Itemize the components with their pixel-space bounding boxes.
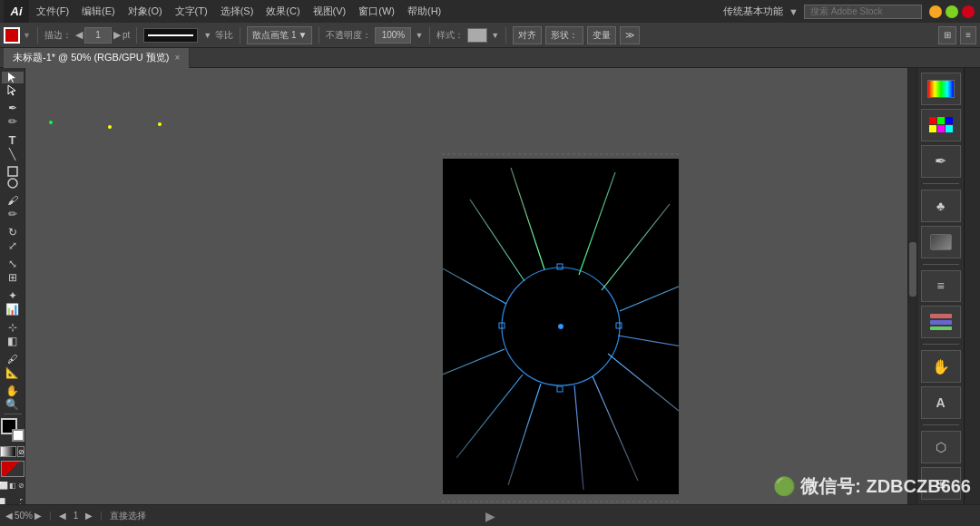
zoom-in-btn[interactable]: ▶: [34, 511, 42, 521]
tool-name-label: 直接选择: [110, 510, 146, 522]
stroke-view-btn[interactable]: ◧: [9, 482, 16, 489]
transform-button[interactable]: 变量: [587, 26, 616, 44]
tool-ellipse[interactable]: [2, 178, 24, 189]
menu-text[interactable]: 文字(T): [170, 3, 213, 20]
menu-bar: Ai 文件(F) 编辑(E) 对象(O) 文字(T) 选择(S) 效果(C) 视…: [0, 0, 980, 23]
tool-type[interactable]: T: [2, 133, 24, 147]
full-screen-btn[interactable]: ⛶: [14, 492, 26, 504]
sep1: [37, 27, 38, 44]
background-color[interactable]: [12, 429, 24, 442]
tool-hand[interactable]: ✋: [2, 385, 24, 397]
tool-sep-color: [4, 414, 22, 414]
none-fill-btn[interactable]: ⊘: [17, 446, 24, 457]
style-dropdown-icon[interactable]: ▼: [491, 31, 499, 40]
normal-mode-btn[interactable]: [0, 446, 16, 457]
panel-color[interactable]: [921, 73, 961, 105]
panel-layers[interactable]: [921, 306, 961, 338]
workspace-label[interactable]: 传统基本功能: [723, 5, 783, 18]
tool-warp[interactable]: ⤡: [2, 258, 24, 270]
tab-close-button[interactable]: ×: [175, 53, 181, 63]
status-sep-2: |: [100, 511, 103, 521]
panel-swatches[interactable]: [921, 109, 961, 141]
tool-free-transform[interactable]: ⊞: [2, 271, 24, 284]
prev-page-btn[interactable]: ◀: [59, 511, 66, 521]
tool-line[interactable]: ╲: [2, 148, 24, 161]
zoom-out-btn[interactable]: ◀: [5, 511, 13, 521]
menu-edit[interactable]: 编辑(E): [76, 3, 121, 20]
tool-zoom[interactable]: 🔍: [2, 398, 24, 411]
shape-button[interactable]: 形状：: [545, 26, 583, 44]
panel-hands[interactable]: ✋: [921, 350, 961, 383]
tool-scale[interactable]: ⤢: [2, 239, 24, 252]
style-preview[interactable]: [467, 28, 487, 43]
menu-window[interactable]: 窗口(W): [353, 3, 400, 20]
tool-brush[interactable]: 🖌: [2, 194, 24, 207]
more-button[interactable]: ≫: [620, 26, 640, 44]
svg-line-21: [511, 168, 544, 269]
menu-help[interactable]: 帮助(H): [402, 3, 446, 20]
workspace-dropdown-icon[interactable]: ▼: [789, 6, 799, 17]
menu-view[interactable]: 视图(V): [308, 3, 352, 20]
scrollbar-thumb[interactable]: [909, 242, 916, 297]
normal-screen-btn[interactable]: ⬜: [0, 492, 12, 504]
close-button[interactable]: [962, 5, 975, 18]
align-button[interactable]: 对齐: [513, 26, 542, 44]
panel-sep-1: [923, 183, 959, 184]
brush-selector[interactable]: 散点画笔 1 ▼: [247, 26, 312, 44]
stroke-ratio-label: 等比: [215, 29, 233, 42]
tool-select[interactable]: [2, 72, 24, 83]
panel-brushes[interactable]: ✒: [921, 145, 961, 178]
tool-pencil[interactable]: ✏: [2, 115, 24, 128]
stroke-width-group: ◀ ▶ pt: [75, 27, 130, 44]
vertical-scrollbar[interactable]: [907, 68, 916, 504]
fill-view-btn[interactable]: ⬜: [0, 482, 7, 489]
sep6: [505, 27, 506, 44]
status-bar: ◀ 50% ▶ | ◀ 1 ▶ | 直接选择 ▶: [0, 504, 980, 526]
document-tab[interactable]: 未标题-1* @ 50% (RGB/GPU 预览) ×: [4, 48, 190, 68]
tool-rect[interactable]: [2, 166, 24, 177]
tool-eyedropper[interactable]: 🖋: [2, 353, 24, 365]
screen-mode-buttons: ⬜ ⛶: [0, 492, 25, 504]
panel-appearance[interactable]: ≡: [921, 270, 961, 303]
color-mode-buttons: ⊘: [0, 446, 24, 457]
stroke-width-input[interactable]: [84, 27, 112, 44]
menu-effect[interactable]: 效果(C): [260, 3, 305, 20]
minimize-button[interactable]: [929, 5, 942, 18]
tool-mesh[interactable]: ⊹: [2, 321, 24, 334]
stock-search-input[interactable]: [804, 5, 922, 19]
opacity-dropdown-icon[interactable]: ▼: [415, 31, 423, 40]
panel-type[interactable]: A: [921, 386, 961, 419]
panel-symbols[interactable]: ♣: [921, 190, 961, 222]
play-btn[interactable]: ▶: [485, 509, 495, 523]
fg-color-swatch-large[interactable]: [1, 461, 24, 477]
svg-point-32: [158, 122, 162, 126]
none-view-btn[interactable]: ⊘: [18, 482, 25, 489]
canvas-area[interactable]: [25, 68, 916, 504]
tab-label: 未标题-1* @ 50% (RGB/GPU 预览): [13, 51, 170, 64]
tool-pen[interactable]: ✒: [2, 102, 24, 114]
tool-symbol-spray[interactable]: ✦: [2, 289, 24, 302]
stroke-width-dec[interactable]: ◀: [75, 29, 83, 41]
tool-gradient[interactable]: ◧: [2, 335, 24, 347]
grid-view-button[interactable]: ⊞: [938, 26, 956, 44]
next-page-btn[interactable]: ▶: [85, 511, 93, 521]
tool-rotate[interactable]: ↻: [2, 226, 24, 239]
tool-blob-brush[interactable]: ✏: [2, 208, 24, 220]
stroke-color-swatch[interactable]: [4, 27, 20, 44]
menu-button[interactable]: ≡: [960, 26, 976, 44]
tool-measure[interactable]: 📐: [2, 366, 24, 379]
panel-external-link[interactable]: ⬡: [921, 431, 961, 463]
menu-object[interactable]: 对象(O): [122, 3, 168, 20]
menu-select[interactable]: 选择(S): [215, 3, 260, 20]
panel-grid[interactable]: ⊞: [921, 467, 961, 500]
tool-column-graph[interactable]: 📊: [2, 303, 24, 316]
maximize-button[interactable]: [946, 5, 958, 18]
tool-direct-select[interactable]: [2, 84, 24, 96]
panel-graphic-styles[interactable]: [921, 226, 961, 258]
stroke-ratio-arrow[interactable]: ▼: [203, 31, 211, 40]
stroke-width-inc[interactable]: ▶: [113, 29, 121, 41]
opacity-input[interactable]: [375, 27, 411, 44]
menu-file[interactable]: 文件(F): [31, 3, 74, 20]
svg-line-12: [608, 354, 679, 422]
stroke-swatch-arrow[interactable]: ▼: [23, 31, 31, 40]
